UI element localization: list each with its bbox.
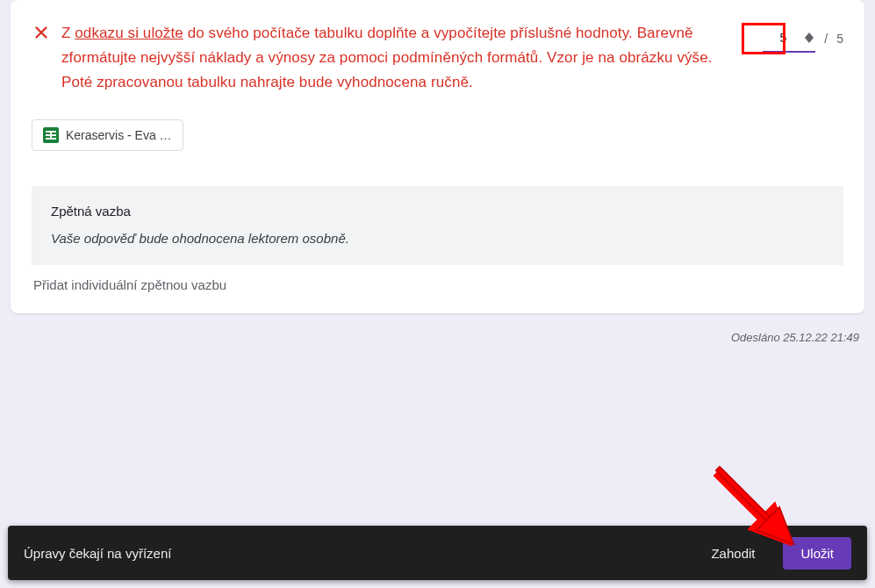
score-box: / 5 (763, 25, 843, 53)
score-input-wrap[interactable] (763, 25, 815, 53)
question-text-pre: Z (61, 25, 75, 41)
question-row: Z odkazu si uložte do svého počítače tab… (32, 21, 843, 95)
question-link[interactable]: odkazu si uložte (75, 25, 183, 41)
discard-button[interactable]: Zahodit (693, 537, 772, 570)
score-spinner-icon[interactable] (805, 32, 814, 43)
bar-message: Úpravy čekají na vyřízení (24, 546, 683, 561)
question-text: Z odkazu si uložte do svého počítače tab… (61, 21, 752, 95)
attachment-label: Keraservis - Eva … (66, 128, 172, 142)
add-feedback-button[interactable]: Přidat individuální zpětnou vazbu (32, 265, 843, 292)
question-card: Z odkazu si uložte do svého počítače tab… (11, 0, 864, 313)
incorrect-x-icon (32, 23, 51, 42)
save-button[interactable]: Uložit (783, 537, 851, 570)
attachment-chip[interactable]: Keraservis - Eva … (32, 119, 183, 151)
pending-changes-bar: Úpravy čekají na vyřízení Zahodit Uložit (8, 526, 867, 580)
sheets-icon (43, 127, 59, 143)
feedback-title: Zpětná vazba (51, 204, 824, 219)
score-max: 5 (836, 32, 843, 46)
feedback-body: Vaše odpověď bude ohodnocena lektorem os… (51, 231, 824, 246)
score-separator: / (824, 32, 828, 46)
feedback-block: Zpětná vazba Vaše odpověď bude ohodnocen… (32, 186, 843, 265)
sent-timestamp: Odesláno 25.12.22 21:49 (0, 324, 875, 344)
